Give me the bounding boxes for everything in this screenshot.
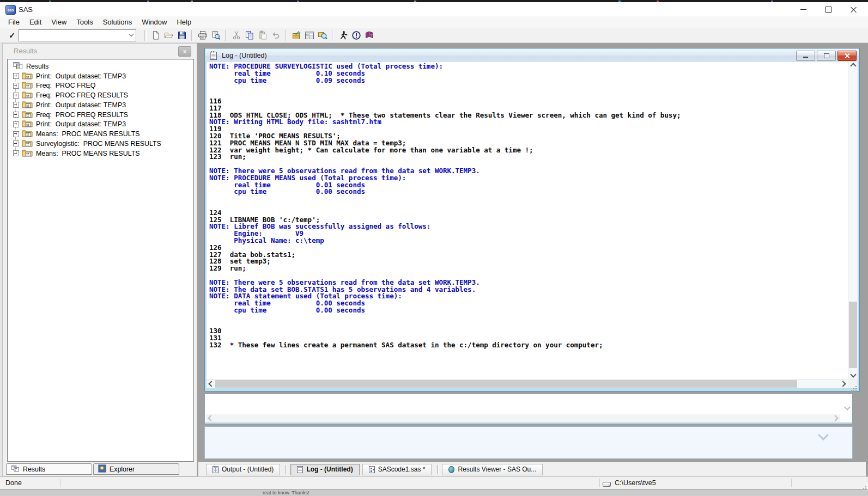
search-explorer-icon (318, 30, 327, 40)
submit-button[interactable] (337, 29, 350, 41)
window-tab-icon (369, 466, 375, 473)
results-tree-item[interactable]: Means: PROC MEANS RESULTS (12, 149, 193, 158)
menu-item[interactable]: View (46, 16, 71, 28)
log-line: 126 (209, 244, 847, 252)
scroll-up-arrow[interactable] (848, 62, 858, 70)
results-tree-item[interactable]: Print: Output dataset: TEMP3 (12, 100, 193, 110)
horizontal-scroll-thumb[interactable] (215, 380, 797, 388)
expand-plus-icon[interactable] (13, 140, 19, 146)
save-button[interactable] (175, 29, 189, 41)
log-vertical-scrollbar[interactable] (848, 62, 858, 379)
new-file-button[interactable] (149, 29, 162, 41)
results-tree-root[interactable]: Results (12, 62, 193, 71)
results-folder-icon (22, 100, 33, 110)
expand-plus-icon[interactable] (13, 83, 19, 89)
command-bar-combobox[interactable] (19, 29, 136, 41)
log-line: cpu time 0.00 seconds (209, 307, 847, 314)
background-window-edge-1[interactable] (204, 394, 853, 424)
log-window-titlebar[interactable]: Log - (Untitled) (205, 49, 859, 63)
paste-icon (258, 30, 268, 40)
window-maximize-button[interactable] (816, 2, 841, 16)
window-bar-tab[interactable]: Output - (Untitled) (206, 464, 280, 475)
results-tree-item[interactable]: Surveylogistic: PROC MEANS RESULTS (12, 139, 193, 149)
cut-icon (232, 30, 241, 40)
new-file-icon (151, 30, 161, 40)
resize-grip[interactable] (855, 386, 857, 387)
results-tree-item[interactable]: Freq: PROC FREQ RESULTS (12, 90, 193, 100)
menu-item[interactable]: Edit (25, 16, 46, 28)
window-bar-tab[interactable]: Results Viewer - SAS Ou... (442, 464, 543, 475)
background-artifact-text: reat to know. Thanks! (263, 490, 309, 495)
expand-plus-icon[interactable] (13, 131, 19, 137)
work-area: Results Results Print: Output dataset: T… (0, 43, 868, 476)
minimize-icon (800, 9, 806, 10)
vertical-scroll-thumb[interactable] (849, 302, 857, 368)
expand-plus-icon[interactable] (13, 112, 19, 118)
results-tree[interactable]: Results Print: Output dataset: TEMP3 (7, 59, 194, 462)
print-button[interactable] (196, 29, 209, 41)
results-tree-item[interactable]: Print: Output dataset: TEMP3 (12, 120, 193, 130)
menu-item[interactable]: Solutions (98, 16, 137, 28)
results-panel-close-button[interactable] (178, 46, 191, 57)
window-close-button[interactable] (841, 2, 866, 16)
sas-logo-text: sas (8, 8, 14, 12)
dock-tab-explorer[interactable]: Explorer (93, 463, 179, 475)
results-tree-item[interactable]: Freq: PROC FREQ RESULTS (12, 110, 193, 120)
results-tab-icon (11, 465, 20, 474)
explorer-window-button[interactable] (303, 29, 316, 41)
expand-plus-icon[interactable] (13, 73, 19, 79)
window-tab-icon (297, 466, 303, 473)
inactive-horizontal-scrollbar[interactable] (206, 414, 840, 422)
break-button[interactable] (350, 29, 363, 41)
dock-tab-results[interactable]: Results (6, 463, 92, 475)
results-root-icon (13, 62, 23, 71)
expand-plus-icon[interactable] (13, 93, 19, 99)
scroll-right-arrow[interactable] (839, 379, 848, 388)
log-close-button[interactable] (837, 51, 857, 61)
new-library-button[interactable] (290, 29, 303, 41)
help-button[interactable]: ? (363, 29, 376, 41)
print-icon (198, 30, 208, 40)
background-window-edge-2[interactable] (204, 426, 853, 459)
combo-dropdown-arrow[interactable] (126, 30, 136, 40)
log-text[interactable]: NOTE: PROCEDURE SURVEYLOGISTIC used (Tot… (209, 63, 847, 379)
results-tree-item[interactable]: Print: Output dataset: TEMP3 (12, 71, 193, 81)
submit-runner-icon (338, 30, 348, 40)
scroll-down-arrow[interactable] (848, 371, 858, 379)
window-minimize-button[interactable] (791, 2, 816, 16)
window-resize-grip[interactable] (865, 486, 866, 487)
window-bar-tab[interactable]: SAScode1.sas * (362, 464, 432, 475)
results-tree-items: Print: Output dataset: TEMP3 Freq: PROC … (12, 71, 193, 158)
expand-plus-icon[interactable] (13, 121, 19, 127)
results-root-label: Results (26, 63, 48, 70)
search-explorer-button[interactable] (316, 29, 329, 41)
menu-item[interactable]: Help (172, 16, 196, 28)
chevron-left-icon (208, 415, 214, 421)
menu-item[interactable]: Window (137, 16, 172, 28)
cut-button[interactable] (230, 29, 243, 41)
log-line: Physical Name: c:\temp (209, 237, 847, 244)
copy-button[interactable] (243, 29, 256, 41)
menu-item[interactable]: File (3, 16, 25, 28)
results-tree-item[interactable]: Means: PROC MEANS RESULTS (12, 129, 193, 139)
log-line: cpu time 0.09 seconds (209, 77, 847, 84)
log-document-icon (209, 51, 218, 63)
expand-plus-icon[interactable] (13, 102, 19, 108)
open-file-button[interactable] (162, 29, 175, 41)
expand-plus-icon[interactable] (13, 150, 19, 156)
log-minimize-button[interactable] (796, 51, 815, 61)
undo-button[interactable] (269, 29, 282, 41)
results-tree-item[interactable]: Freq: PROC FREQ (12, 81, 193, 91)
menu-item[interactable]: Tools (71, 16, 98, 28)
command-check-icon[interactable] (5, 29, 19, 41)
scroll-left-arrow[interactable] (207, 379, 215, 388)
log-content[interactable]: NOTE: PROCEDURE SURVEYLOGISTIC used (Tot… (207, 62, 858, 388)
command-input[interactable] (20, 30, 126, 40)
paste-button[interactable] (256, 29, 269, 41)
window-bar-tab[interactable]: Log - (Untitled) (290, 464, 359, 475)
minimize-icon (803, 57, 808, 58)
explorer-tab-label: Explorer (110, 466, 135, 473)
log-horizontal-scrollbar[interactable] (207, 379, 848, 388)
log-restore-button[interactable] (817, 51, 836, 61)
print-preview-button[interactable] (209, 29, 222, 41)
